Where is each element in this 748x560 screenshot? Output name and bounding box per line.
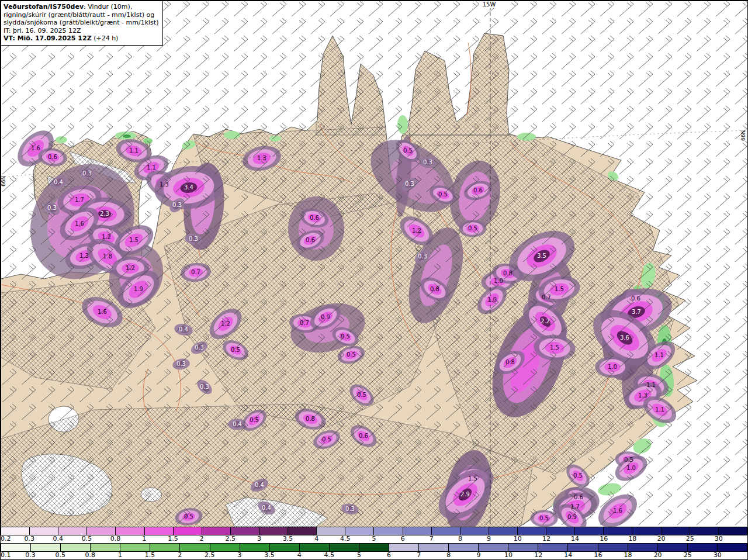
legend-segment [174,527,202,535]
legend-tick-label: 3.5 [283,535,293,542]
snow-colorbar [1,543,747,552]
legend-segment [30,527,58,535]
legend-segment [1,527,30,535]
legend-tick-label: 12 [534,552,542,559]
legend-tick-label: 14 [564,552,572,559]
legend-tick-label: 10 [514,535,522,542]
legend-tick-label: 0.4 [53,535,64,542]
title-line-1: Veðurstofan/IS750dev: Vindur (10m), [4,3,158,11]
precip-value-label: 0.6 [574,494,583,500]
precip-value-label: 0.3 [189,236,198,242]
precip-value-label: 0.3 [176,361,186,367]
precip-value-label: 1.5 [468,475,477,482]
legend-tick-label: 9 [487,535,491,542]
legend-tick-label: 12 [542,535,550,542]
precip-value-label: 2.9 [460,491,470,497]
precip-value-label: 0.5 [403,147,413,154]
legend-tick-label: 4.5 [324,552,335,559]
legend-segment [116,527,144,535]
legend-segment [330,544,359,551]
title-line-3: slydda/snjókoma (grátt/bleikt/grænt - mm… [4,19,158,27]
precip-value-label: 1.5 [129,237,138,243]
legend-segment [389,544,419,551]
precip-value-label: 1.2 [412,227,421,234]
precip-value-label: 1.3 [638,392,647,399]
legend-segment [87,527,116,535]
precip-value-label: 0.5 [184,513,193,520]
title-box: Veðurstofan/IS750dev: Vindur (10m), rign… [1,1,163,46]
legend-tick-label: 2.5 [225,535,236,542]
precip-value-label: 0.5 [341,333,350,340]
legend-tick-label: 6 [387,552,391,559]
legend-segment [61,544,91,551]
legend-segment [1,544,31,551]
precip-value-label: 1.1 [129,147,138,154]
precip-value-label: 1.6 [75,220,84,227]
legend-tick-label: 0.3 [25,552,36,559]
legend-tick-label: 2.5 [205,552,215,559]
legend-tick-label: 1.5 [145,552,155,559]
precip-value-label: 1.7 [75,196,84,203]
legend-tick-label: 3.5 [264,552,275,559]
precip-value-label: 2.3 [100,210,109,217]
snow-colorbar-labels: 0.10.30.50.811.522.533.544.5567891012141… [1,552,747,559]
parallel-label-right: 66N [740,130,746,141]
legend-tick-label: 0.8 [85,552,96,559]
legend-segment [210,544,240,551]
legend-tick-label: 3 [257,535,261,542]
precip-value-label: 1.7 [570,503,580,510]
legend-tick-label: 0.5 [82,535,92,542]
legend-tick-label: 0.3 [24,535,34,542]
legend-segment [150,544,180,551]
legend-tick-label: 0.2 [1,535,11,542]
legend-tick-label: 0.8 [110,535,121,542]
legend-segment [202,527,231,535]
legend-segment [145,527,174,535]
precip-value-label: 0.6 [306,237,315,243]
legend-segment [58,527,87,535]
legend-tick-label: 25 [684,552,692,559]
legend-segment [288,527,317,535]
precip-value-label: 0.3 [47,205,57,211]
precip-value-label: 1.3 [257,155,266,161]
weather-map: 1.60.60.40.31.70.32.31.61.21.31.81.21.91… [1,1,748,528]
precip-value-label: 0.7 [300,320,309,326]
rain-colorbar-labels: 0.20.30.40.50.811.522.533.544.5567891012… [1,535,747,543]
legend-tick-label: 2 [200,535,204,542]
legend-segment [120,544,150,551]
legend-segment [546,527,575,535]
legend-segment [374,527,403,535]
legend-segment [479,544,508,551]
precip-value-label: 1.6 [613,507,622,514]
legend-tick-label: 5 [372,535,376,542]
legend-segment [31,544,61,551]
precip-value-label: 1.6 [98,309,107,315]
precip-value-label: 1.2 [102,234,111,240]
legend-segment [662,527,690,535]
legend-tick-label: 10 [504,552,512,559]
precip-value-label: 1.2 [126,265,135,271]
meridian-label: 15W [483,1,496,8]
legend-segment [270,544,300,551]
legend-segment [345,527,374,535]
precip-value-label: 0.3 [82,170,92,177]
legend-segment [359,544,389,551]
precip-value-label: 3.6 [620,334,629,341]
legend-segment [690,527,719,535]
legend-segment [518,527,546,535]
init-time: IT: þri. 16. 09. 2025 12Z [4,27,158,35]
precip-value-label: 0.5 [347,351,356,358]
precip-legend: 0.20.30.40.50.811.522.533.544.5567891012… [1,527,747,559]
precip-value-label: 0.9 [567,514,577,520]
legend-tick-label: 0.1 [1,552,11,559]
precip-value-label: 0.5 [573,472,583,479]
legend-tick-label: 1.5 [168,535,178,542]
legend-segment [568,544,598,551]
weather-chart-frame: 1.60.60.40.31.70.32.31.61.21.31.81.21.91… [0,0,748,560]
precip-value-label: 0.7 [542,294,551,300]
precip-value-label: 0.6 [310,215,319,221]
precip-value-label: 1.3 [160,181,169,188]
legend-tick-label: 20 [654,552,662,559]
legend-segment [489,527,518,535]
precip-value-label: 1.8 [103,253,112,260]
